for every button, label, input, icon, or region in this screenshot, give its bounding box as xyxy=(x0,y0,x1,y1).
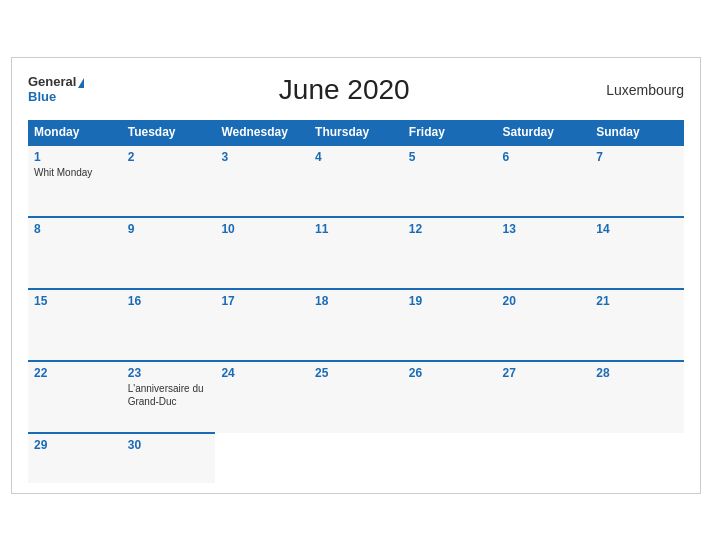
day-number: 11 xyxy=(315,222,397,236)
calendar-container: General Blue June 2020 Luxembourg Monday… xyxy=(11,57,701,494)
table-row: 9 xyxy=(122,217,216,289)
table-row: 17 xyxy=(215,289,309,361)
calendar-table: Monday Tuesday Wednesday Thursday Friday… xyxy=(28,120,684,483)
day-number: 24 xyxy=(221,366,303,380)
day-number: 7 xyxy=(596,150,678,164)
table-row: 12 xyxy=(403,217,497,289)
day-number: 26 xyxy=(409,366,491,380)
table-row xyxy=(215,433,309,483)
table-row: 14 xyxy=(590,217,684,289)
day-number: 5 xyxy=(409,150,491,164)
table-row: 8 xyxy=(28,217,122,289)
day-number: 17 xyxy=(221,294,303,308)
day-number: 2 xyxy=(128,150,210,164)
day-number: 21 xyxy=(596,294,678,308)
table-row: 10 xyxy=(215,217,309,289)
calendar-week-row: 891011121314 xyxy=(28,217,684,289)
day-number: 30 xyxy=(128,438,210,452)
calendar-week-row: 2930 xyxy=(28,433,684,483)
day-number: 29 xyxy=(34,438,116,452)
table-row: 24 xyxy=(215,361,309,433)
table-row: 21 xyxy=(590,289,684,361)
table-row: 27 xyxy=(497,361,591,433)
col-thursday: Thursday xyxy=(309,120,403,145)
table-row: 28 xyxy=(590,361,684,433)
table-row: 3 xyxy=(215,145,309,217)
calendar-country: Luxembourg xyxy=(604,82,684,98)
table-row: 7 xyxy=(590,145,684,217)
table-row: 6 xyxy=(497,145,591,217)
table-row: 25 xyxy=(309,361,403,433)
col-sunday: Sunday xyxy=(590,120,684,145)
day-number: 1 xyxy=(34,150,116,164)
table-row: 19 xyxy=(403,289,497,361)
table-row: 16 xyxy=(122,289,216,361)
day-number: 13 xyxy=(503,222,585,236)
day-number: 10 xyxy=(221,222,303,236)
col-saturday: Saturday xyxy=(497,120,591,145)
col-monday: Monday xyxy=(28,120,122,145)
day-number: 12 xyxy=(409,222,491,236)
logo: General Blue xyxy=(28,75,84,104)
day-number: 20 xyxy=(503,294,585,308)
weekday-header-row: Monday Tuesday Wednesday Thursday Friday… xyxy=(28,120,684,145)
day-number: 9 xyxy=(128,222,210,236)
day-number: 15 xyxy=(34,294,116,308)
table-row: 1Whit Monday xyxy=(28,145,122,217)
table-row: 5 xyxy=(403,145,497,217)
day-number: 14 xyxy=(596,222,678,236)
table-row: 11 xyxy=(309,217,403,289)
day-number: 22 xyxy=(34,366,116,380)
col-tuesday: Tuesday xyxy=(122,120,216,145)
col-friday: Friday xyxy=(403,120,497,145)
day-number: 3 xyxy=(221,150,303,164)
calendar-title: June 2020 xyxy=(84,74,604,106)
logo-general-text: General xyxy=(28,75,84,89)
day-number: 4 xyxy=(315,150,397,164)
day-number: 18 xyxy=(315,294,397,308)
table-row: 29 xyxy=(28,433,122,483)
day-number: 6 xyxy=(503,150,585,164)
day-number: 16 xyxy=(128,294,210,308)
table-row: 26 xyxy=(403,361,497,433)
day-number: 28 xyxy=(596,366,678,380)
day-number: 27 xyxy=(503,366,585,380)
table-row: 2 xyxy=(122,145,216,217)
col-wednesday: Wednesday xyxy=(215,120,309,145)
logo-blue-text: Blue xyxy=(28,90,84,104)
calendar-week-row: 2223L'anniversaire du Grand-Duc242526272… xyxy=(28,361,684,433)
table-row: 30 xyxy=(122,433,216,483)
day-number: 25 xyxy=(315,366,397,380)
table-row: 20 xyxy=(497,289,591,361)
calendar-header: General Blue June 2020 Luxembourg xyxy=(28,74,684,106)
day-number: 23 xyxy=(128,366,210,380)
table-row: 13 xyxy=(497,217,591,289)
table-row: 22 xyxy=(28,361,122,433)
table-row: 4 xyxy=(309,145,403,217)
table-row: 23L'anniversaire du Grand-Duc xyxy=(122,361,216,433)
calendar-week-row: 1Whit Monday234567 xyxy=(28,145,684,217)
day-number: 8 xyxy=(34,222,116,236)
table-row xyxy=(403,433,497,483)
table-row: 15 xyxy=(28,289,122,361)
calendar-week-row: 15161718192021 xyxy=(28,289,684,361)
table-row xyxy=(309,433,403,483)
table-row xyxy=(497,433,591,483)
day-number: 19 xyxy=(409,294,491,308)
table-row xyxy=(590,433,684,483)
day-event: L'anniversaire du Grand-Duc xyxy=(128,382,210,408)
day-event: Whit Monday xyxy=(34,166,116,179)
table-row: 18 xyxy=(309,289,403,361)
